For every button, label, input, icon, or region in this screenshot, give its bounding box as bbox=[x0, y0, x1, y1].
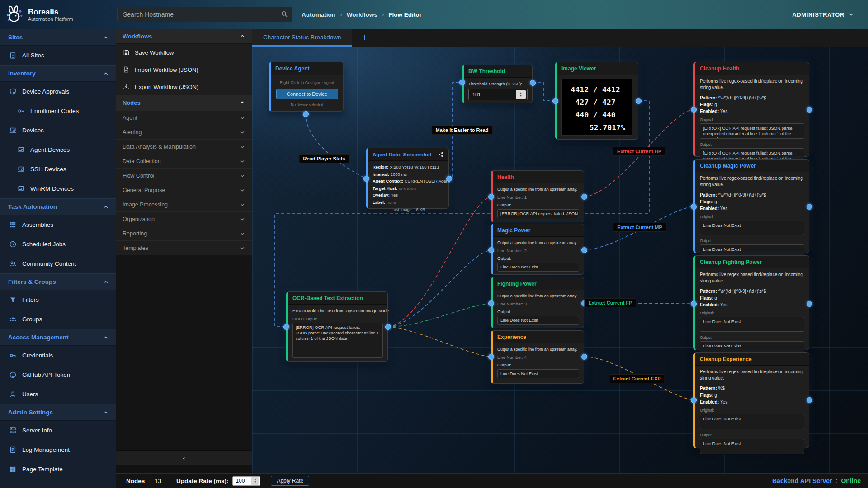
connector-port[interactable] bbox=[691, 301, 697, 307]
output-value-field[interactable]: [ERROR] OCR API request failed: JSON.par bbox=[497, 209, 579, 218]
flow-node-cleanup-health[interactable]: Cleanup Health Performs live regex-based… bbox=[693, 62, 809, 157]
connector-port[interactable] bbox=[636, 98, 642, 104]
connector-port[interactable] bbox=[530, 80, 536, 86]
sidebar-item-server-info[interactable]: Server Info bbox=[0, 421, 116, 440]
sidebar-item-assemblies[interactable]: Assemblies bbox=[0, 215, 116, 235]
sidebar-item-scheduled-jobs[interactable]: Scheduled Jobs bbox=[0, 235, 116, 254]
edge-label-extract-current-fp[interactable]: Extract Current FP bbox=[584, 298, 636, 307]
output-value-field[interactable]: Line Does Not Exist bbox=[497, 263, 579, 272]
original-textarea[interactable]: Line Does Not Exist bbox=[700, 414, 804, 429]
sidebar-section-access-management[interactable]: Access Management bbox=[0, 329, 116, 346]
user-menu-administrator[interactable]: ADMINISTRATOR bbox=[792, 11, 854, 18]
import-workflow-button[interactable]: Import Workflow (JSON) bbox=[116, 61, 252, 78]
collapse-panel-button[interactable]: ‹ bbox=[116, 450, 252, 465]
sidebar-item-github-api-token[interactable]: GitHub API Token bbox=[0, 365, 116, 385]
node-category-flow-control[interactable]: Flow Control bbox=[116, 168, 252, 183]
share-icon[interactable] bbox=[438, 151, 444, 158]
hostname-search[interactable] bbox=[117, 7, 292, 22]
connector-port[interactable] bbox=[303, 111, 309, 117]
node-category-organization[interactable]: Organization bbox=[116, 211, 252, 226]
connector-port[interactable] bbox=[581, 354, 587, 360]
ocr-output-textarea[interactable]: [ERROR] OCR API request failed: JSON.par… bbox=[292, 323, 383, 358]
sidebar-item-device-approvals[interactable]: Device Approvals bbox=[0, 82, 116, 101]
update-rate-input[interactable] bbox=[233, 478, 251, 484]
sidebar-section-task-automation[interactable]: Task Automation bbox=[0, 198, 116, 215]
connector-port[interactable] bbox=[446, 176, 452, 182]
connector-port[interactable] bbox=[691, 397, 697, 403]
sidebar-section-filters-groups[interactable]: Filters & Groups bbox=[0, 273, 116, 290]
flow-node-fighting-power[interactable]: Fighting Power Output a specific line fr… bbox=[491, 277, 584, 328]
node-category-templates[interactable]: Templates bbox=[116, 240, 252, 255]
search-input[interactable] bbox=[117, 7, 292, 22]
node-category-reporting[interactable]: Reporting bbox=[116, 226, 252, 240]
connector-port[interactable] bbox=[363, 176, 369, 182]
sidebar-item-winrm-devices[interactable]: WinRM Devices bbox=[0, 179, 116, 198]
flow-node-health[interactable]: Health Output a specific line from an up… bbox=[491, 170, 584, 222]
sidebar-item-log-management[interactable]: Log Management bbox=[0, 440, 116, 460]
sidebar-section-admin-settings[interactable]: Admin Settings bbox=[0, 404, 116, 421]
sidebar-section-inventory[interactable]: Inventory bbox=[0, 65, 116, 82]
flow-node-ocr-text-extraction[interactable]: OCR-Based Text Extraction Extract Multi-… bbox=[286, 291, 388, 362]
apply-rate-button[interactable]: Apply Rate bbox=[271, 476, 309, 486]
save-workflow-button[interactable]: Save Workflow bbox=[116, 44, 252, 61]
node-category-data-analysis[interactable]: Data Analysis & Manipulation bbox=[116, 139, 252, 154]
flow-node-cleanup-experience[interactable]: Cleanup Experience Performs live regex-b… bbox=[693, 352, 809, 448]
edge-label-extract-current-exp[interactable]: Extract Current EXP bbox=[609, 374, 665, 383]
connector-port[interactable] bbox=[807, 397, 812, 403]
output-value-field[interactable]: Line Does Not Exist bbox=[497, 369, 579, 378]
flow-node-bw-threshold[interactable]: BW Threshold Threshold Strength (0–255):… bbox=[462, 65, 533, 103]
original-textarea[interactable]: Line Does Not Exist bbox=[700, 221, 804, 235]
sidebar-item-users[interactable]: Users bbox=[0, 385, 116, 404]
connector-port[interactable] bbox=[488, 194, 494, 200]
edge-label-extract-current-hp[interactable]: Extract Current HP bbox=[613, 147, 665, 156]
add-tab-button[interactable]: + bbox=[352, 29, 377, 47]
export-workflow-button[interactable]: Export Workflow (JSON) bbox=[116, 78, 252, 95]
connector-port[interactable] bbox=[488, 300, 494, 306]
edge-label-extract-current-mp[interactable]: Extract Current MP bbox=[613, 223, 666, 232]
connector-port[interactable] bbox=[807, 301, 812, 307]
flow-node-cleanup-magic-power[interactable]: Cleanup Magic Power Performs live regex-… bbox=[693, 159, 809, 253]
connector-port[interactable] bbox=[691, 204, 697, 210]
threshold-input[interactable] bbox=[469, 92, 516, 97]
edge-label-make-it-easier-to-read[interactable]: Make it Easier to Read bbox=[432, 126, 493, 135]
connector-port[interactable] bbox=[581, 247, 587, 253]
breadcrumb-automation[interactable]: Automation bbox=[302, 11, 335, 18]
nodes-panel-header[interactable]: Nodes bbox=[116, 95, 252, 110]
flow-node-agent-role-screenshot[interactable]: Agent Role: Screenshot Region: X:200 Y:4… bbox=[366, 148, 449, 209]
sidebar-item-all-sites[interactable]: All Sites bbox=[0, 46, 116, 65]
workflows-panel-header[interactable]: Workflows bbox=[116, 29, 252, 44]
sidebar-item-agent-devices[interactable]: Agent Devices bbox=[0, 140, 116, 160]
node-category-alerting[interactable]: Alerting bbox=[116, 125, 252, 139]
connector-port[interactable] bbox=[691, 107, 697, 113]
flow-node-cleanup-fighting-power[interactable]: Cleanup Fighting Power Performs live reg… bbox=[693, 255, 809, 350]
node-category-general-purpose[interactable]: General Purpose bbox=[116, 183, 252, 197]
connector-port[interactable] bbox=[581, 194, 587, 200]
number-stepper[interactable]: ▲▼ bbox=[516, 90, 526, 99]
connector-port[interactable] bbox=[552, 98, 558, 104]
original-textarea[interactable]: [ERROR] OCR API request failed: JSON.par… bbox=[700, 123, 804, 139]
sidebar-item-devices[interactable]: Devices bbox=[0, 121, 116, 140]
sidebar-item-groups[interactable]: Groups bbox=[0, 310, 116, 329]
output-value-field[interactable]: Line Does Not Exist bbox=[497, 316, 579, 325]
sidebar-item-enrollment-codes[interactable]: Enrollment Codes bbox=[0, 101, 116, 121]
sidebar-item-community-content[interactable]: Community Content bbox=[0, 254, 116, 273]
connector-port[interactable] bbox=[459, 80, 465, 85]
breadcrumb-workflows[interactable]: Workflows bbox=[347, 11, 377, 18]
flow-node-device-agent[interactable]: Device Agent Right-Click to Configure Ag… bbox=[269, 62, 344, 112]
connector-port[interactable] bbox=[385, 324, 391, 330]
output-textarea[interactable]: Line Does Not Exist bbox=[700, 439, 804, 454]
sidebar-item-ssh-devices[interactable]: SSH Devices bbox=[0, 160, 116, 179]
connector-port[interactable] bbox=[807, 204, 812, 210]
flow-node-magic-power[interactable]: Magic Power Output a specific line from … bbox=[491, 224, 584, 275]
number-stepper[interactable]: ▲▼ bbox=[251, 477, 259, 485]
connector-port[interactable] bbox=[488, 247, 494, 253]
sidebar-item-filters[interactable]: Filters bbox=[0, 290, 116, 310]
node-category-data-collection[interactable]: Data Collection bbox=[116, 154, 252, 168]
node-category-agent[interactable]: Agent bbox=[116, 110, 252, 125]
connector-port[interactable] bbox=[807, 107, 812, 113]
connector-port[interactable] bbox=[488, 354, 494, 360]
connect-to-device-button[interactable]: Connect to Device bbox=[276, 89, 338, 99]
connector-port[interactable] bbox=[283, 324, 289, 330]
flow-canvas[interactable]: Device Agent Right-Click to Configure Ag… bbox=[252, 47, 868, 473]
flow-node-experience[interactable]: Experience Output a specific line from a… bbox=[491, 330, 584, 384]
